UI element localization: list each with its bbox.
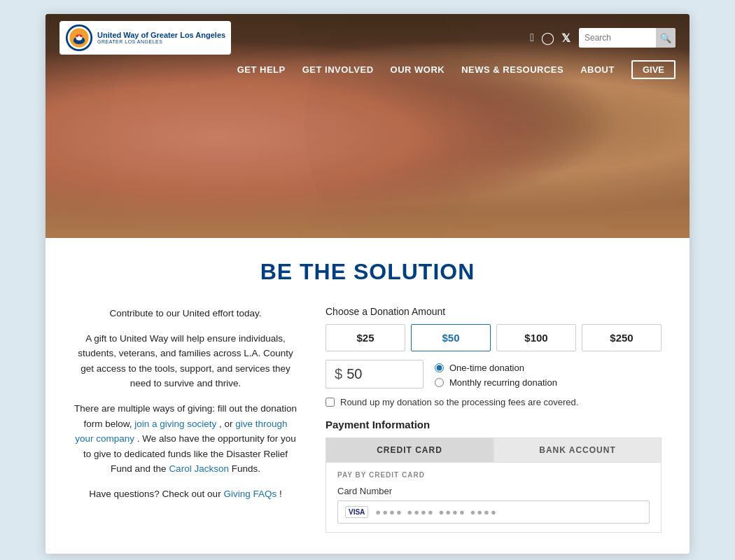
amount-100[interactable]: $100 — [496, 324, 576, 351]
left-column: Contribute to our United effort today. A… — [74, 306, 298, 512]
one-time-option[interactable]: One-time donation — [435, 363, 557, 373]
nav-news-resources[interactable]: NEWS & RESOURCES — [461, 64, 564, 75]
search-input[interactable] — [579, 28, 656, 48]
custom-amount-row: $ 50 One-time donation Monthly recurring… — [326, 360, 662, 388]
svg-point-5 — [76, 34, 78, 37]
intro-text: Contribute to our United effort today. — [74, 306, 298, 321]
two-column-layout: Contribute to our United effort today. A… — [74, 306, 662, 533]
amount-250[interactable]: $250 — [582, 324, 662, 351]
card-number-label: Card Number — [337, 486, 650, 496]
amount-buttons: $25 $50 $100 $250 — [326, 324, 662, 351]
twitter-icon[interactable]: 𝕏 — [561, 31, 570, 45]
nav-top: United Way of Greater Los Angeles Greate… — [46, 14, 690, 55]
faq-link[interactable]: Giving FAQs — [223, 489, 276, 499]
round-up-label: Round up my donation so the processing f… — [340, 397, 578, 407]
donation-type-options: One-time donation Monthly recurring dona… — [435, 360, 557, 388]
carol-jackson-link[interactable]: Carol Jackson — [169, 463, 229, 474]
search-box: 🔍 — [579, 28, 676, 48]
logo-text: United Way of Greater Los Angeles Greate… — [97, 31, 225, 45]
monthly-radio[interactable] — [435, 378, 444, 387]
donation-amount-label: Choose a Donation Amount — [326, 306, 662, 317]
dollar-sign: $ — [335, 366, 342, 382]
join-giving-society-link[interactable]: join a giving society — [134, 419, 216, 429]
instagram-icon[interactable]: ◯ — [541, 31, 554, 46]
monthly-option[interactable]: Monthly recurring donation — [435, 377, 557, 388]
nav-about[interactable]: ABOUT — [580, 64, 615, 75]
logo[interactable]: United Way of Greater Los Angeles Greate… — [59, 21, 231, 55]
visa-icon: VISA — [345, 506, 368, 518]
give-button[interactable]: GIVE — [631, 60, 676, 79]
bank-account-tab[interactable]: BANK ACCOUNT — [493, 438, 662, 463]
logo-subtitle: Greater Los Angeles — [97, 39, 225, 45]
main-content: BE THE SOLUTION Contribute to our United… — [46, 238, 690, 554]
body-text-1: A gift to United Way will help ensure in… — [74, 331, 298, 391]
nav-get-involved[interactable]: GET INVOLVED — [302, 64, 374, 75]
logo-title: United Way of Greater Los Angeles — [97, 31, 225, 39]
logo-icon — [65, 24, 93, 52]
hero-section: United Way of Greater Los Angeles Greate… — [46, 14, 690, 238]
payment-title: Payment Information — [326, 419, 662, 430]
custom-amount-value: 50 — [346, 366, 362, 382]
credit-card-tab[interactable]: CREDIT CARD — [326, 438, 493, 463]
page-title: BE THE SOLUTION — [74, 259, 662, 285]
faq-text: Have questions? Check out our Giving FAQ… — [74, 486, 298, 502]
facebook-icon[interactable]:  — [530, 31, 534, 44]
nav-right:  ◯ 𝕏 🔍 — [530, 28, 676, 48]
round-up-checkbox[interactable] — [326, 398, 335, 407]
card-number-dots: ●●●● ●●●● ●●●● ●●●● — [375, 507, 497, 517]
social-icons:  ◯ 𝕏 — [530, 31, 570, 46]
amount-25[interactable]: $25 — [326, 324, 405, 351]
monthly-label: Monthly recurring donation — [449, 377, 557, 388]
custom-amount-box[interactable]: $ 50 — [326, 360, 424, 388]
one-time-label: One-time donation — [449, 363, 524, 373]
payment-tabs: CREDIT CARD BANK ACCOUNT — [326, 438, 662, 463]
nav-our-work[interactable]: OUR WORK — [391, 64, 445, 75]
card-number-field[interactable]: VISA ●●●● ●●●● ●●●● ●●●● — [337, 500, 650, 524]
nav-get-help[interactable]: GET HELP — [237, 64, 286, 75]
card-logo: VISA — [345, 506, 368, 518]
one-time-radio[interactable] — [435, 363, 444, 372]
credit-card-section: PAY BY CREDIT CARD Card Number VISA ●●●●… — [326, 463, 662, 533]
round-up-row: Round up my donation so the processing f… — [326, 397, 662, 407]
amount-50[interactable]: $50 — [411, 324, 491, 351]
right-column: Choose a Donation Amount $25 $50 $100 $2… — [326, 306, 662, 533]
browser-frame: United Way of Greater Los Angeles Greate… — [46, 14, 690, 554]
svg-point-6 — [80, 34, 83, 37]
search-button[interactable]: 🔍 — [656, 28, 676, 48]
nav-main: GET HELP GET INVOLVED OUR WORK NEWS & RE… — [46, 55, 690, 79]
body-text-2: There are multiple ways of giving: fill … — [74, 401, 298, 477]
cc-section-label: PAY BY CREDIT CARD — [337, 471, 650, 479]
